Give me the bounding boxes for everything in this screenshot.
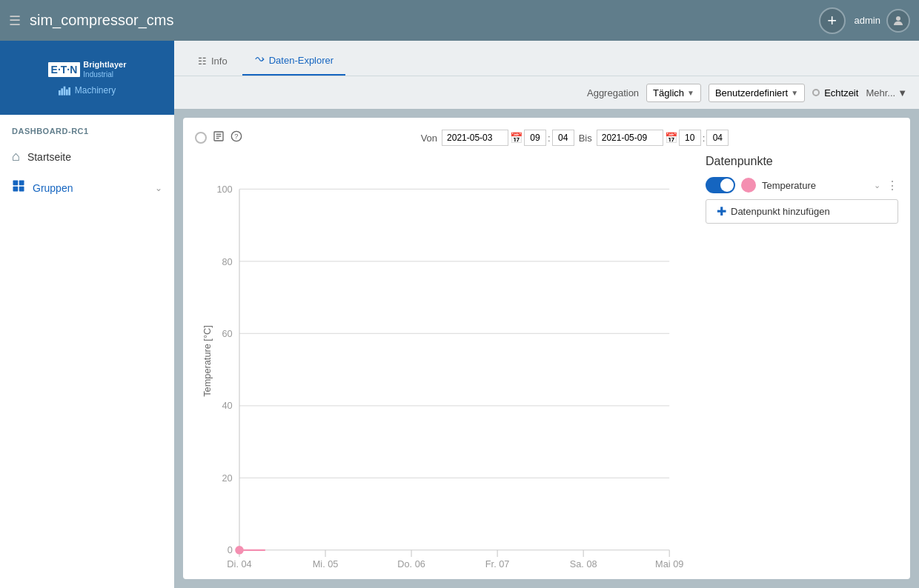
von-label: Von (421, 133, 437, 144)
to-min-input[interactable] (706, 130, 729, 146)
nav-label-gruppen: Gruppen (33, 182, 73, 194)
svg-text:20: 20 (222, 472, 233, 484)
nav-label-startseite: Startseite (27, 151, 71, 163)
chart-svg: Temperature [°C] 100 (195, 155, 697, 567)
svg-text:60: 60 (222, 328, 233, 339)
dashboard-label: DASHBOARD-RC1 (0, 115, 174, 141)
chart-toolbar-left: ? (195, 130, 242, 145)
to-hour-input[interactable] (679, 130, 701, 146)
daten-explorer-tab-icon (254, 54, 265, 67)
logo-brand-text: Brightlayer Industrial (83, 60, 126, 78)
from-hour-input[interactable] (524, 130, 546, 146)
aggregation-value: Täglich (653, 87, 684, 98)
svg-rect-8 (13, 187, 19, 192)
chart-help-icon[interactable]: ? (230, 130, 242, 145)
admin-label: admin (855, 15, 880, 26)
page-title: sim_compressor_cms (30, 12, 819, 29)
add-dp-icon: ✚ (717, 204, 726, 218)
aggregation-label: Aggregation (587, 87, 639, 98)
y-axis-label: Temperature [°C] (202, 325, 213, 397)
chart-panel: ? Von 📅 : Bis (174, 109, 919, 588)
svg-rect-7 (19, 181, 24, 186)
mehr-button[interactable]: Mehr... ▼ (866, 87, 907, 98)
svg-text:Do. 06: Do. 06 (397, 558, 425, 567)
chart-circle-button[interactable] (195, 132, 207, 144)
date-range-area: Von 📅 : Bis 📅 : (251, 130, 898, 146)
admin-avatar (886, 9, 910, 33)
datenpunkte-title: Datenpunkte (706, 155, 898, 168)
svg-text:Fr. 07: Fr. 07 (485, 558, 510, 567)
svg-text:Mai 09: Mai 09 (655, 558, 683, 567)
chart-right-panel: Datenpunkte Temperature ⌄ ⋮ ✚ Datenpunkt… (706, 155, 898, 567)
svg-text:Mi. 05: Mi. 05 (313, 558, 339, 567)
svg-text:?: ? (234, 133, 238, 140)
tab-info-label: Info (211, 56, 228, 67)
top-header: ☰ sim_compressor_cms + admin (0, 0, 919, 41)
chart-body: Temperature [°C] 100 (195, 155, 898, 567)
svg-rect-9 (19, 187, 24, 192)
svg-rect-1 (59, 90, 61, 96)
add-dp-label: Datenpunkt hinzufügen (731, 206, 830, 217)
realtime-area: Echtzeit (812, 87, 858, 98)
add-button[interactable]: + (819, 7, 846, 34)
svg-rect-5 (68, 87, 70, 96)
svg-text:80: 80 (222, 256, 233, 267)
admin-area[interactable]: admin (855, 9, 910, 33)
tab-daten-explorer[interactable]: Daten-Explorer (242, 48, 345, 76)
home-icon: ⌂ (12, 149, 20, 164)
svg-rect-2 (61, 88, 63, 95)
from-date-group: 📅 : (442, 130, 574, 146)
add-datapoint-button[interactable]: ✚ Datenpunkt hinzufügen (706, 199, 898, 224)
svg-text:Di. 04: Di. 04 (227, 558, 251, 567)
temperature-menu-icon[interactable]: ⋮ (886, 178, 898, 193)
datapoint-row-temperature: Temperature ⌄ ⋮ (706, 177, 898, 193)
from-date-input[interactable] (442, 130, 508, 146)
chart-container: ? Von 📅 : Bis (183, 118, 910, 579)
chart-toolbar: ? Von 📅 : Bis (195, 130, 898, 146)
aggregation-chevron-icon: ▼ (687, 89, 694, 97)
to-date-input[interactable] (597, 130, 663, 146)
logo-machinery: Machinery (75, 85, 116, 96)
temperature-label: Temperature (762, 180, 868, 191)
mehr-chevron-icon: ▼ (898, 87, 907, 98)
svg-text:40: 40 (222, 400, 233, 411)
chart-area: Temperature [°C] 100 (195, 155, 697, 567)
temperature-chevron-icon[interactable]: ⌄ (874, 181, 880, 190)
sidebar-item-startseite[interactable]: ⌂ Startseite (0, 141, 174, 172)
temperature-color-dot (741, 178, 756, 193)
mehr-label: Mehr... (866, 87, 895, 98)
svg-text:Sa. 08: Sa. 08 (570, 558, 597, 567)
realtime-dot (812, 89, 820, 96)
custom-select[interactable]: Benutzerdefiniert ▼ (709, 84, 805, 102)
aggregation-select[interactable]: Täglich ▼ (646, 84, 701, 102)
svg-text:0: 0 (228, 544, 233, 555)
bis-label: Bis (579, 133, 592, 144)
to-date-cal-icon[interactable]: 📅 (665, 132, 677, 144)
tab-daten-explorer-label: Daten-Explorer (269, 55, 334, 66)
main-layout: E·T·N Brightlayer Industrial Machinery D… (0, 41, 919, 588)
chart-doc-icon[interactable] (213, 130, 225, 145)
menu-icon[interactable]: ☰ (9, 13, 21, 29)
from-min-input[interactable] (552, 130, 574, 146)
tabs-bar: ☷ Info Daten-Explorer (174, 41, 919, 76)
toolbar: Aggregation Täglich ▼ Benutzerdefiniert … (174, 76, 919, 109)
tab-info[interactable]: ☷ Info (186, 50, 239, 76)
svg-rect-6 (13, 181, 19, 186)
sidebar-item-gruppen[interactable]: Gruppen ⌄ (0, 172, 174, 204)
gruppen-chevron-icon: ⌄ (155, 183, 162, 193)
gruppen-icon (12, 179, 25, 196)
sidebar: E·T·N Brightlayer Industrial Machinery D… (0, 41, 174, 588)
realtime-label: Echtzeit (824, 87, 858, 98)
custom-value: Benutzerdefiniert (715, 87, 788, 98)
content-area: ☷ Info Daten-Explorer Aggregation Täglic… (174, 41, 919, 588)
temperature-toggle[interactable] (706, 177, 735, 193)
svg-text:100: 100 (216, 184, 232, 195)
info-tab-icon: ☷ (198, 56, 207, 67)
custom-chevron-icon: ▼ (791, 89, 798, 97)
svg-rect-4 (66, 89, 68, 95)
svg-point-0 (896, 16, 900, 21)
svg-rect-3 (63, 86, 65, 95)
from-date-cal-icon[interactable]: 📅 (510, 132, 522, 144)
sidebar-logo: E·T·N Brightlayer Industrial Machinery (0, 41, 174, 115)
to-date-group: 📅 : (597, 130, 729, 146)
